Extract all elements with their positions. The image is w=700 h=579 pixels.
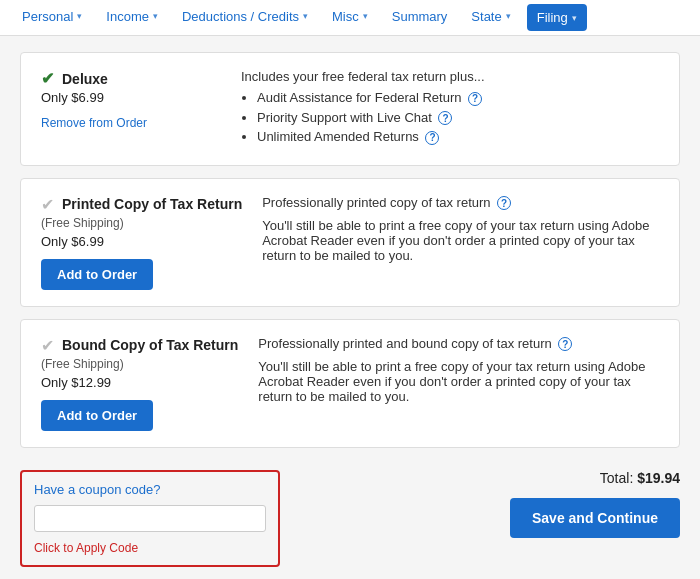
info-icon[interactable]: ? (468, 92, 482, 106)
nav-deductions[interactable]: Deductions / Credits ▾ (170, 0, 320, 35)
chevron-down-icon: ▾ (506, 11, 511, 21)
info-icon[interactable]: ? (497, 196, 511, 210)
list-item: Audit Assistance for Federal Return ? (257, 90, 659, 106)
bound-copy-card-right: Professionally printed and bound copy of… (258, 336, 659, 431)
chevron-down-icon: ▾ (153, 11, 158, 21)
list-item: Unlimited Amended Returns ? (257, 129, 659, 145)
info-icon[interactable]: ? (425, 131, 439, 145)
bound-copy-subtitle: (Free Shipping) (41, 357, 238, 371)
deluxe-card: ✔ Deluxe Only $6.99 Remove from Order In… (20, 52, 680, 166)
chevron-down-icon: ▾ (303, 11, 308, 21)
printed-copy-subtitle: (Free Shipping) (41, 216, 242, 230)
nav-summary[interactable]: Summary (380, 0, 460, 35)
chevron-down-icon: ▾ (77, 11, 82, 21)
chevron-down-icon: ▾ (572, 13, 577, 23)
printed-copy-card-right: Professionally printed copy of tax retur… (262, 195, 659, 290)
coupon-section: Have a coupon code? Click to Apply Code (20, 470, 280, 567)
bound-copy-description: Professionally printed and bound copy of… (258, 336, 659, 352)
printed-copy-description: Professionally printed copy of tax retur… (262, 195, 659, 211)
remove-from-order-link[interactable]: Remove from Order (41, 116, 147, 130)
total-amount: $19.94 (637, 470, 680, 486)
bound-copy-price: Only $12.99 (41, 375, 238, 390)
deluxe-features-list: Audit Assistance for Federal Return ? Pr… (257, 90, 659, 145)
apply-code-link[interactable]: Click to Apply Code (34, 541, 138, 555)
check-icon-empty: ✔ (41, 195, 54, 214)
bound-copy-card: ✔ Bound Copy of Tax Return (Free Shippin… (20, 319, 680, 448)
save-continue-button[interactable]: Save and Continue (510, 498, 680, 538)
check-icon-empty: ✔ (41, 336, 54, 355)
nav-income[interactable]: Income ▾ (94, 0, 170, 35)
bottom-row: Have a coupon code? Click to Apply Code … (20, 460, 680, 580)
main-content: ✔ Deluxe Only $6.99 Remove from Order In… (0, 36, 700, 579)
info-icon[interactable]: ? (438, 111, 452, 125)
chevron-down-icon: ▾ (363, 11, 368, 21)
bound-copy-title: Bound Copy of Tax Return (62, 337, 238, 353)
list-item: Priority Support with Live Chat ? (257, 110, 659, 126)
printed-copy-detail: You'll still be able to print a free cop… (262, 218, 659, 263)
deluxe-price: Only $6.99 (41, 90, 221, 105)
bound-copy-detail: You'll still be able to print a free cop… (258, 359, 659, 404)
bound-copy-card-left: ✔ Bound Copy of Tax Return (Free Shippin… (41, 336, 238, 431)
printed-copy-card: ✔ Printed Copy of Tax Return (Free Shipp… (20, 178, 680, 307)
total-label: Total: $19.94 (600, 470, 680, 486)
bound-copy-add-button[interactable]: Add to Order (41, 400, 153, 431)
printed-copy-add-button[interactable]: Add to Order (41, 259, 153, 290)
printed-copy-card-left: ✔ Printed Copy of Tax Return (Free Shipp… (41, 195, 242, 290)
nav-misc[interactable]: Misc ▾ (320, 0, 380, 35)
check-icon: ✔ (41, 69, 54, 88)
deluxe-description: Includes your free federal tax return pl… (241, 69, 659, 84)
coupon-code-link[interactable]: Have a coupon code? (34, 482, 160, 497)
total-area: Total: $19.94 Save and Continue (510, 470, 680, 538)
coupon-input[interactable] (34, 505, 266, 532)
top-navigation: Personal ▾ Income ▾ Deductions / Credits… (0, 0, 700, 36)
printed-copy-price: Only $6.99 (41, 234, 242, 249)
nav-filing[interactable]: Filing ▾ (527, 4, 587, 31)
printed-copy-title: Printed Copy of Tax Return (62, 196, 242, 212)
deluxe-card-left: ✔ Deluxe Only $6.99 Remove from Order (41, 69, 221, 149)
nav-state[interactable]: State ▾ (459, 0, 522, 35)
deluxe-card-right: Includes your free federal tax return pl… (241, 69, 659, 149)
info-icon[interactable]: ? (558, 337, 572, 351)
nav-personal[interactable]: Personal ▾ (10, 0, 94, 35)
deluxe-title: Deluxe (62, 71, 108, 87)
